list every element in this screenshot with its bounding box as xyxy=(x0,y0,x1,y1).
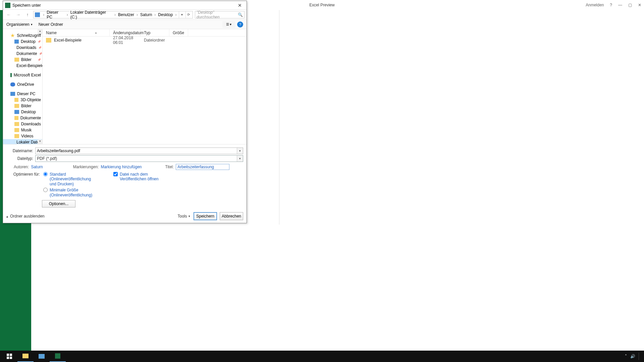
nav-quick-access[interactable]: Schnellzugriff xyxy=(3,33,42,39)
minimize-icon[interactable]: — xyxy=(618,3,622,7)
start-button[interactable] xyxy=(1,351,17,362)
radio-standard[interactable]: Standard (Onlineveröffentlichung und Dru… xyxy=(43,172,97,186)
nav-downloads[interactable]: Downloads xyxy=(3,45,42,51)
help-button[interactable]: ? xyxy=(237,21,243,27)
filename-label: Dateiname: xyxy=(6,148,35,153)
organize-menu[interactable]: Organisieren ▾ xyxy=(6,22,33,27)
open-after-checkbox[interactable]: Datei nach dem Veröffentlichen öffnen xyxy=(113,172,167,182)
nav-onedrive[interactable]: OneDrive xyxy=(3,81,42,87)
nav-local-disk[interactable]: Lokaler Datenträ xyxy=(3,139,42,144)
filetype-label: Dateityp: xyxy=(6,156,35,161)
nav-desktop2[interactable]: Desktop xyxy=(3,109,42,115)
save-options-panel: Dateiname: ▾ Dateityp: PDF (*.pdf) ▾ Aut… xyxy=(3,144,247,223)
radio-minimal[interactable]: Minimale Größe (Onlineveröffentlichung) xyxy=(43,188,97,197)
options-button[interactable]: Optionen... xyxy=(42,200,75,207)
forward-button[interactable]: → xyxy=(14,11,22,18)
file-list[interactable]: Excel-Beispiele 27.04.2018 06:01 Dateior… xyxy=(43,37,247,144)
chevron-down-icon: ▾ xyxy=(31,23,33,26)
scroll-down-icon[interactable]: ▾ xyxy=(38,139,42,144)
back-button[interactable]: ← xyxy=(5,11,12,18)
file-name: Excel-Beispiele xyxy=(54,38,113,43)
navigation-pane[interactable]: ▴ Schnellzugriff Desktop Downloads Dokum… xyxy=(3,29,43,144)
taskbar-excel[interactable] xyxy=(50,351,66,362)
taskbar-app[interactable] xyxy=(34,351,50,362)
filetype-dropdown[interactable]: ▾ xyxy=(237,156,243,162)
nav-desktop[interactable]: Desktop xyxy=(3,39,42,45)
title-input[interactable] xyxy=(176,164,229,170)
chevron-down-icon: ▾ xyxy=(189,215,190,218)
bc-this-pc[interactable]: Dieser PC xyxy=(46,10,65,19)
search-placeholder: "Desktop" durchsuchen xyxy=(197,10,238,19)
sign-in-link[interactable]: Anmelden xyxy=(586,3,604,7)
filetype-value: PDF (*.pdf) xyxy=(37,156,57,161)
bc-desktop[interactable]: Desktop xyxy=(157,12,173,17)
file-row[interactable]: Excel-Beispiele 27.04.2018 06:01 Dateior… xyxy=(43,37,247,44)
cancel-button[interactable]: Abbrechen xyxy=(220,212,243,220)
address-bar-row: ← → ↑ › Dieser PC › Lokaler Datenträger … xyxy=(3,10,247,20)
file-type: Dateiordner xyxy=(144,38,173,43)
scroll-up-icon[interactable]: ▴ xyxy=(38,29,42,34)
filename-dropdown[interactable]: ▾ xyxy=(237,148,243,154)
breadcrumb[interactable]: › Dieser PC › Lokaler Datenträger (C:) ›… xyxy=(33,11,193,18)
show-desktop[interactable] xyxy=(639,353,641,360)
filetype-select[interactable]: PDF (*.pdf) ▾ xyxy=(35,155,243,162)
file-date: 27.04.2018 06:01 xyxy=(113,36,144,45)
bc-disk[interactable]: Lokaler Datenträger (C:) xyxy=(70,10,113,19)
file-list-area: Name▴ Änderungsdatum Typ Größe Excel-Bei… xyxy=(43,29,247,144)
bc-saturn[interactable]: Saturn xyxy=(140,12,153,17)
volume-icon[interactable]: 🔊 xyxy=(630,354,635,359)
maximize-icon[interactable]: ▢ xyxy=(628,3,632,7)
filename-input[interactable]: ▾ xyxy=(35,147,243,154)
optimize-label: Optimieren für: xyxy=(6,172,40,177)
windows-icon xyxy=(7,354,12,359)
filename-field[interactable] xyxy=(37,148,241,153)
taskbar-explorer[interactable] xyxy=(17,351,34,362)
pc-icon xyxy=(35,12,40,17)
save-as-dialog: Speichern unter ✕ ← → ↑ › Dieser PC › Lo… xyxy=(3,1,247,223)
nav-documents[interactable]: Dokumente xyxy=(3,51,42,57)
tools-menu[interactable]: Tools ▾ xyxy=(177,213,191,220)
taskbar[interactable]: ˄ 🔊 xyxy=(0,351,644,362)
nav-downloads2[interactable]: Downloads xyxy=(3,121,42,127)
close-excel-icon[interactable]: ✕ xyxy=(638,3,641,7)
breadcrumb-sep: › xyxy=(42,12,45,17)
dialog-title: Speichern unter xyxy=(12,3,41,8)
save-button[interactable]: Speichern xyxy=(194,212,217,220)
new-folder-button[interactable]: Neuer Ordner xyxy=(39,22,63,27)
nav-pictures2[interactable]: Bilder xyxy=(3,103,42,109)
svg-rect-2 xyxy=(10,354,12,356)
col-size[interactable]: Größe xyxy=(169,29,188,36)
nav-ms-excel[interactable]: Microsoft Excel xyxy=(3,72,42,78)
file-browser: ▴ Schnellzugriff Desktop Downloads Dokum… xyxy=(3,29,247,144)
nav-excel-beispiele[interactable]: Excel-Beispiele xyxy=(3,63,42,69)
nav-3d-objects[interactable]: 3D-Objekte xyxy=(3,97,42,103)
refresh-button[interactable]: ⟳ xyxy=(185,11,191,18)
close-dialog-button[interactable]: ✕ xyxy=(233,3,247,8)
bc-users[interactable]: Benutzer xyxy=(117,12,135,17)
help-icon[interactable]: ? xyxy=(610,3,612,7)
nav-music[interactable]: Musik xyxy=(3,127,42,133)
hide-folders-toggle[interactable]: ▴ Ordner ausblenden xyxy=(6,214,45,219)
optimize-radios: Standard (Onlineveröffentlichung und Dru… xyxy=(43,172,97,197)
up-button[interactable]: ↑ xyxy=(24,11,31,18)
tags-value[interactable]: Markierung hinzufügen xyxy=(101,165,142,169)
col-date[interactable]: Änderungsdatum xyxy=(110,29,141,36)
breadcrumb-dropdown[interactable]: ▾ xyxy=(179,11,184,18)
app-icon xyxy=(39,354,45,359)
nav-videos[interactable]: Videos xyxy=(3,133,42,139)
toolbar: Organisieren ▾ Neuer Ordner ☰ ▾ ? xyxy=(3,20,247,29)
authors-value[interactable]: Saturn xyxy=(31,165,43,169)
col-type[interactable]: Typ xyxy=(141,29,169,36)
col-name[interactable]: Name▴ xyxy=(43,29,110,36)
excel-icon xyxy=(55,353,60,359)
search-input[interactable]: "Desktop" durchsuchen 🔍 xyxy=(195,11,245,18)
view-mode-button[interactable]: ☰ ▾ xyxy=(222,21,235,28)
chevron-up-icon: ▴ xyxy=(6,215,8,218)
authors-label: Autoren: xyxy=(14,165,29,169)
nav-this-pc[interactable]: Dieser PC xyxy=(3,91,42,97)
svg-rect-4 xyxy=(10,357,12,359)
nav-pictures[interactable]: Bilder xyxy=(3,57,42,63)
nav-documents2[interactable]: Dokumente xyxy=(3,115,42,121)
tray-up-icon[interactable]: ˄ xyxy=(625,354,627,359)
sort-indicator-icon: ▴ xyxy=(95,31,106,34)
